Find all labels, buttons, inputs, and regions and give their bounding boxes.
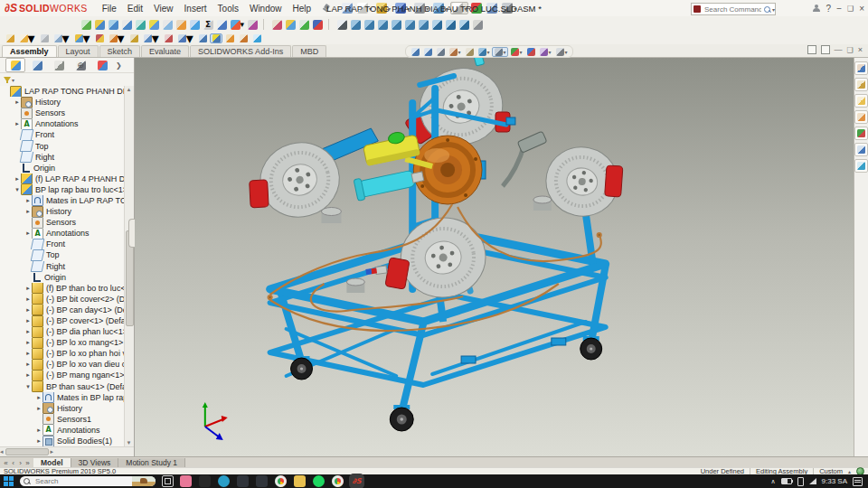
tree-item-top[interactable]: Top [0, 249, 134, 260]
normal-to-icon[interactable] [336, 20, 349, 30]
taskbar-search-input[interactable] [33, 476, 132, 486]
expand-arrow-icon[interactable]: ▸ [14, 118, 21, 129]
tree-item-solid-bodies-1[interactable]: ▸Solid Bodies(1) [0, 436, 134, 446]
tree-item-bp-lo-xo-van-dieu-ch[interactable]: ▸(-) BP lo xo van dieu ch [0, 359, 134, 370]
scroll-left-icon[interactable]: ◂ [0, 448, 4, 455]
appearances-scenes-icon[interactable] [854, 127, 868, 140]
user-review-icon[interactable] [223, 33, 236, 43]
tab-layout[interactable]: Layout [58, 45, 99, 57]
display-manager-tab[interactable] [92, 58, 112, 72]
expand-arrow-icon[interactable]: ▸ [24, 206, 32, 217]
network-icon[interactable] [809, 478, 816, 484]
expand-arrow-icon[interactable]: ▸ [24, 348, 32, 359]
model-foot-bracket[interactable] [461, 356, 476, 363]
search-scope-icon[interactable] [693, 5, 701, 13]
expand-arrow-icon[interactable]: ▸ [24, 359, 32, 370]
bill-of-materials-icon[interactable] [215, 20, 228, 30]
take-snapshot-icon[interactable] [271, 20, 284, 30]
dynamic-annotation-views-icon[interactable] [463, 47, 476, 57]
tree-item-history[interactable]: ▸History [0, 97, 134, 108]
defeature-icon[interactable] [298, 20, 311, 30]
doc-tab-model[interactable]: Model [33, 458, 71, 468]
tree-item-history[interactable]: ▸History [0, 206, 134, 217]
expand-arrow-icon[interactable]: ▸ [14, 97, 21, 108]
search-commands-input[interactable] [703, 5, 763, 14]
display-style-icon[interactable]: ▾ [492, 47, 508, 57]
tree-item-bp-lo-xo-mang-1[interactable]: ▸(-) BP lo xo mang<1> ( [0, 337, 134, 348]
tree-item-mates-in-lap-rap-ton[interactable]: ▸Mates in LAP RAP TON [0, 195, 134, 206]
taskbar-app-solidworks[interactable] [351, 475, 363, 487]
collapse-arrow-icon[interactable]: ▾ [24, 381, 32, 392]
filter-dropdown-caret[interactable]: ▾ [12, 77, 14, 83]
featuremanager-design-tree-tab[interactable] [5, 58, 25, 72]
taskbar-app-chrome[interactable] [275, 475, 287, 487]
model-brake-disc-right[interactable] [540, 141, 629, 224]
doc-minimize-button[interactable]: — [835, 45, 843, 54]
solidworks-resources-icon[interactable] [854, 61, 868, 75]
phone-icon[interactable] [797, 477, 804, 486]
doc-tab-3d-views[interactable]: 3D Views [71, 458, 119, 468]
doc-restore-button[interactable]: ❑ [847, 46, 854, 54]
equations-icon[interactable]: Σ [202, 20, 214, 30]
view-trimetric-icon[interactable] [445, 20, 458, 30]
assembly-model[interactable] [135, 58, 854, 456]
expand-arrow-icon[interactable]: ▸ [24, 294, 32, 305]
tree-item-f-lap-rap-4-phanh-dia[interactable]: ▸(f) LAP RAP 4 PHANH DIA< [0, 174, 134, 184]
notification-icon[interactable] [853, 477, 863, 486]
tab-scroll-last-icon[interactable]: » [24, 459, 31, 467]
tree-item-annotations[interactable]: ▸Annotations [0, 228, 134, 239]
edit-component-icon[interactable] [80, 20, 92, 30]
view-top-icon[interactable] [404, 20, 417, 30]
tab-mbd[interactable]: MBD [292, 45, 326, 57]
screen-capture-icon[interactable] [237, 33, 250, 43]
taskbar-app-chrome-2[interactable] [332, 475, 344, 487]
tree-item-right[interactable]: Right [0, 261, 134, 272]
tree-item-sensors[interactable]: Sensors [0, 217, 134, 228]
units-caret[interactable]: ▴ [848, 468, 851, 474]
asset-publisher-icon[interactable] [285, 20, 297, 30]
design-library-icon[interactable] [854, 78, 868, 91]
tree-filter[interactable]: ▾ [0, 73, 134, 87]
file-explorer-pane-icon[interactable] [854, 94, 868, 108]
scroll-up-icon[interactable]: ▲ [125, 86, 133, 94]
doc-tab-motion-study-1[interactable]: Motion Study 1 [118, 458, 185, 468]
menu-tools[interactable]: Tools [212, 4, 244, 14]
tree-item-front[interactable]: Front [0, 239, 134, 249]
doc-close-button[interactable]: × [858, 45, 863, 54]
view-dimetric-icon[interactable] [458, 20, 471, 30]
link-views-icon[interactable] [472, 20, 485, 30]
tree-vertical-scrollbar[interactable]: ▲ ▼ [124, 86, 134, 447]
menu-edit[interactable]: Edit [122, 4, 148, 14]
globe-clock-icon[interactable] [250, 33, 263, 43]
view-front-icon[interactable] [350, 20, 363, 30]
expand-arrow-icon[interactable]: ▸ [35, 403, 42, 414]
smart-fasteners-icon[interactable] [134, 20, 146, 30]
expand-arrow-icon[interactable]: ▸ [35, 436, 42, 446]
tree-item-right[interactable]: Right [0, 152, 134, 163]
dropdown-caret-icon[interactable]: ▾ [520, 49, 523, 55]
expand-arrow-icon[interactable]: ▸ [35, 425, 42, 436]
search-icon[interactable] [763, 5, 771, 14]
move-component-icon[interactable] [147, 20, 160, 30]
expand-arrow-icon[interactable]: ▸ [24, 326, 32, 337]
graphics-area[interactable] [135, 58, 854, 456]
previous-view-icon[interactable] [434, 47, 447, 57]
restore-button[interactable]: ❑ [847, 5, 854, 13]
tree-item-annotations[interactable]: ▸Annotations [0, 118, 134, 129]
solidworks-forum-icon[interactable] [854, 159, 868, 173]
taskbar-app-photos[interactable] [180, 475, 192, 487]
mate-icon[interactable] [107, 20, 119, 30]
tree-item-annotations[interactable]: ▸Annotations [0, 425, 134, 436]
taskbar-app-camera[interactable] [199, 475, 211, 487]
doc-window-icon[interactable] [807, 45, 816, 54]
large-design-review-icon[interactable] [312, 20, 325, 30]
panel-tabs-overflow-icon[interactable]: ❯ [116, 61, 122, 70]
start-button[interactable] [4, 476, 14, 486]
tree-horizontal-scrollbar[interactable]: ◂ ▸ [0, 446, 134, 456]
reference-geometry-icon[interactable] [188, 20, 201, 30]
view-tool-6-icon[interactable] [93, 33, 106, 43]
model-brake-booster[interactable] [413, 136, 486, 204]
dimxpert-manager-tab[interactable]: ⊕ [71, 58, 90, 72]
configuration-manager-tab[interactable] [49, 58, 69, 72]
model-right-cup[interactable] [533, 196, 552, 211]
